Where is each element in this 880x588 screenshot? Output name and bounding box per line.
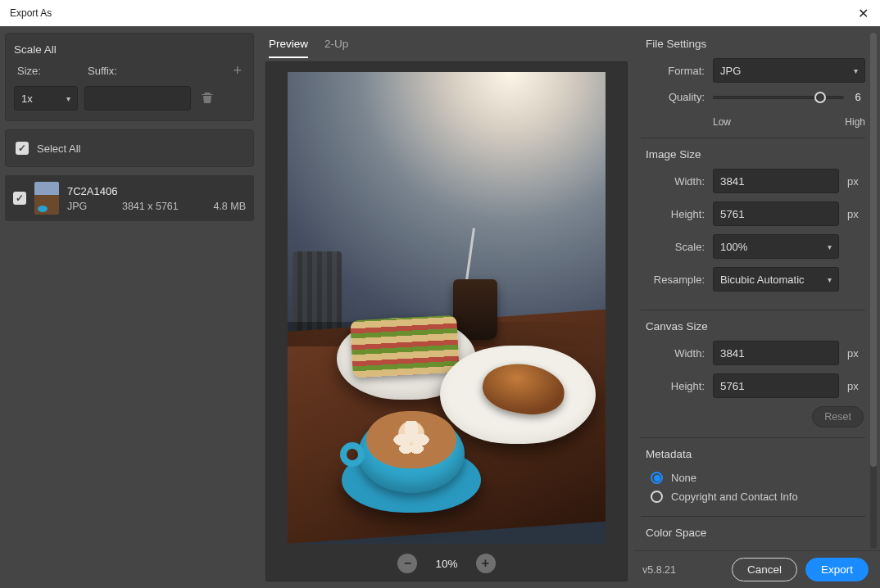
main-area: Scale All Size: Suffix: + 1x ▾ Select bbox=[0, 26, 880, 588]
radio-icon bbox=[651, 491, 663, 503]
zoom-in-button[interactable]: + bbox=[476, 554, 496, 573]
height-label: Height: bbox=[641, 208, 705, 220]
tab-preview[interactable]: Preview bbox=[269, 34, 308, 58]
trash-icon[interactable] bbox=[201, 91, 214, 106]
quality-low-label: Low bbox=[713, 116, 731, 128]
chevron-down-icon: ▾ bbox=[66, 94, 70, 103]
version-label: v5.8.21 bbox=[642, 564, 676, 576]
reset-button[interactable]: Reset bbox=[812, 406, 864, 427]
canvas-size-title: Canvas Size bbox=[641, 320, 865, 332]
preview-viewport[interactable]: − 10% + bbox=[265, 61, 628, 581]
asset-filesize: 4.8 MB bbox=[213, 201, 246, 212]
metadata-section: Metadata None Copyright and Contact Info bbox=[641, 437, 865, 516]
canvas-width-label: Width: bbox=[641, 347, 705, 360]
metadata-copyright-label: Copyright and Contact Info bbox=[671, 491, 798, 503]
size-label: Size: bbox=[17, 65, 88, 77]
image-width-input[interactable] bbox=[713, 169, 839, 193]
px-unit: px bbox=[847, 175, 865, 188]
left-panel: Scale All Size: Suffix: + 1x ▾ Select bbox=[0, 26, 259, 588]
zoom-level: 10% bbox=[435, 558, 457, 570]
title-bar: Export As ✕ bbox=[0, 0, 880, 26]
resample-select[interactable]: Bicubic Automatic ▾ bbox=[713, 267, 839, 292]
window-title: Export As bbox=[10, 7, 52, 19]
width-label: Width: bbox=[641, 175, 705, 188]
metadata-copyright-option[interactable]: Copyright and Contact Info bbox=[641, 487, 865, 506]
color-space-title: Color Space bbox=[641, 527, 865, 539]
preview-tabs: Preview 2-Up bbox=[265, 29, 628, 58]
preview-image bbox=[288, 72, 606, 544]
close-icon[interactable]: ✕ bbox=[855, 6, 870, 20]
quality-value: 6 bbox=[851, 91, 865, 103]
chevron-down-icon: ▾ bbox=[854, 66, 858, 75]
image-size-section: Image Size Width: px Height: px Scale: 1… bbox=[641, 138, 865, 310]
zoom-out-button[interactable]: − bbox=[397, 554, 417, 573]
px-unit: px bbox=[847, 347, 865, 360]
quality-label: Quality: bbox=[641, 91, 705, 103]
format-value: JPG bbox=[720, 65, 741, 77]
canvas-size-section: Canvas Size Width: px Height: px Reset bbox=[641, 310, 865, 437]
cancel-button[interactable]: Cancel bbox=[732, 558, 797, 581]
scale-select[interactable]: 100% ▾ bbox=[713, 234, 839, 259]
quality-slider-thumb[interactable] bbox=[814, 92, 826, 103]
chevron-down-icon: ▾ bbox=[828, 275, 832, 284]
size-select[interactable]: 1x ▾ bbox=[14, 86, 78, 111]
image-size-title: Image Size bbox=[641, 148, 865, 161]
canvas-height-label: Height: bbox=[641, 380, 705, 392]
scrollbar-thumb[interactable] bbox=[870, 33, 877, 467]
metadata-title: Metadata bbox=[641, 448, 865, 460]
format-select[interactable]: JPG ▾ bbox=[713, 58, 865, 83]
px-unit: px bbox=[847, 208, 865, 220]
select-all-row[interactable]: Select All bbox=[14, 138, 245, 158]
scale-all-title: Scale All bbox=[14, 43, 245, 56]
image-height-input[interactable] bbox=[713, 201, 839, 226]
metadata-none-option[interactable]: None bbox=[641, 468, 865, 487]
color-space-section: Color Space bbox=[641, 516, 865, 539]
add-size-icon[interactable]: + bbox=[233, 62, 242, 79]
file-settings-section: File Settings Format: JPG ▾ Quality: bbox=[641, 33, 865, 138]
select-all-checkbox[interactable] bbox=[16, 142, 29, 155]
footer: v5.8.21 Cancel Export bbox=[634, 550, 880, 588]
radio-icon bbox=[651, 472, 663, 484]
format-label: Format: bbox=[641, 65, 705, 77]
resample-label: Resample: bbox=[641, 274, 705, 286]
px-unit: px bbox=[847, 380, 865, 392]
tab-2up[interactable]: 2-Up bbox=[324, 34, 348, 58]
center-panel: Preview 2-Up − 10% + bbox=[259, 26, 634, 588]
scale-all-box: Scale All Size: Suffix: + 1x ▾ bbox=[5, 33, 254, 121]
right-panel: File Settings Format: JPG ▾ Quality: bbox=[634, 26, 880, 588]
quality-slider[interactable] bbox=[713, 96, 844, 99]
asset-info: 7C2A1406 JPG 3841 x 5761 4.8 MB bbox=[67, 185, 246, 212]
zoom-bar: − 10% + bbox=[266, 544, 627, 580]
size-value: 1x bbox=[21, 93, 33, 105]
scale-header-row: Size: Suffix: + bbox=[14, 62, 245, 79]
asset-checkbox[interactable] bbox=[13, 192, 26, 205]
quality-high-label: High bbox=[845, 116, 865, 128]
asset-name: 7C2A1406 bbox=[67, 185, 246, 197]
asset-thumbnail bbox=[34, 182, 59, 215]
scale-label: Scale: bbox=[641, 241, 705, 253]
export-button[interactable]: Export bbox=[805, 558, 869, 581]
metadata-none-label: None bbox=[671, 472, 696, 484]
asset-format: JPG bbox=[67, 201, 87, 212]
canvas-width-input[interactable] bbox=[713, 341, 839, 365]
assets-box: Select All bbox=[5, 129, 254, 167]
resample-value: Bicubic Automatic bbox=[720, 274, 805, 286]
suffix-input[interactable] bbox=[84, 86, 191, 111]
file-settings-title: File Settings bbox=[641, 38, 865, 50]
scale-value: 100% bbox=[720, 241, 747, 253]
chevron-down-icon: ▾ bbox=[828, 242, 832, 251]
asset-item[interactable]: 7C2A1406 JPG 3841 x 5761 4.8 MB bbox=[5, 175, 254, 221]
suffix-label: Suffix: bbox=[88, 65, 233, 77]
scale-input-row: 1x ▾ bbox=[14, 86, 245, 111]
canvas-height-input[interactable] bbox=[713, 373, 839, 398]
select-all-label: Select All bbox=[37, 142, 80, 155]
asset-dims: 3841 x 5761 bbox=[122, 201, 179, 212]
